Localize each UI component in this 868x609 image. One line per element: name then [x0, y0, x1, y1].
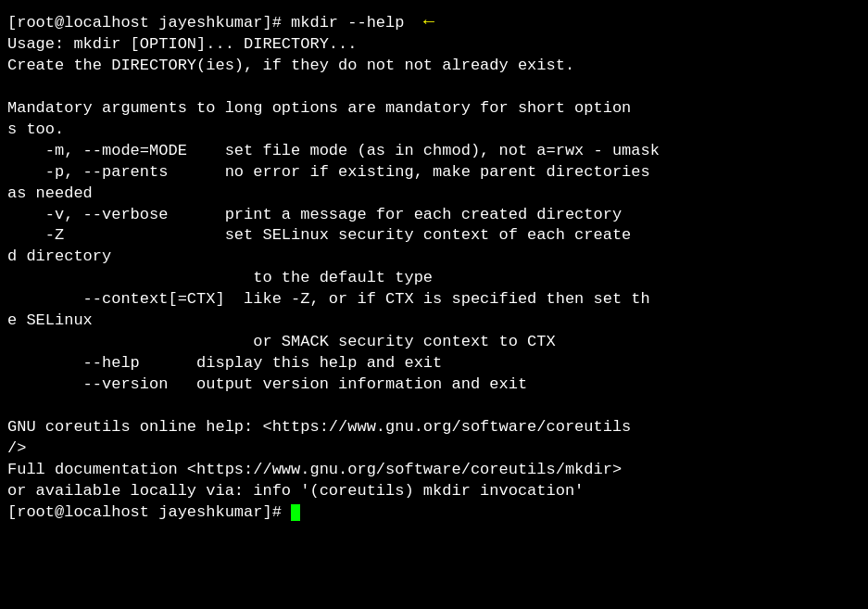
line-full-doc: Full documentation <https://www.gnu.org/… — [7, 460, 861, 481]
cursor-block — [291, 504, 300, 521]
line-mandatory: Mandatory arguments to long options are … — [7, 98, 861, 120]
line-e-selinux: e SELinux — [7, 311, 861, 332]
line-verbose: -v, --verbose print a message for each c… — [7, 205, 861, 226]
line-s-too: s too. — [7, 120, 861, 141]
final-prompt: [root@localhost jayeshkumar]# — [7, 503, 291, 521]
line-context: --context[=CTX] like -Z, or if CTX is sp… — [7, 289, 861, 311]
line-z-flag: -Z set SELinux security context of each … — [7, 225, 861, 247]
line-default-type: to the default type — [7, 268, 861, 289]
line-parents: -p, --parents no error if existing, make… — [7, 162, 861, 184]
line-gnu-help: GNU coreutils online help: <https://www.… — [7, 417, 861, 438]
empty-line-1 — [7, 77, 861, 98]
line-d-dir: d directory — [7, 247, 861, 268]
arrow-icon: ← — [423, 11, 434, 32]
line-smack: or SMACK security context to CTX — [7, 332, 861, 353]
line-or-local: or available locally via: info '(coreuti… — [7, 481, 861, 502]
line-mode: -m, --mode=MODE set file mode (as in chm… — [7, 141, 861, 162]
empty-line-2 — [7, 396, 861, 417]
line-create: Create the DIRECTORY(ies), if they do no… — [7, 56, 861, 77]
terminal-window: [root@localhost jayeshkumar]# mkdir --he… — [7, 9, 861, 524]
line-prompt-cmd: [root@localhost jayeshkumar]# mkdir --he… — [7, 9, 861, 34]
line-help-opt: --help display this help and exit — [7, 353, 861, 374]
line-prompt-end: [root@localhost jayeshkumar]# — [7, 502, 861, 524]
line-slash: /> — [7, 438, 861, 460]
prompt-text: [root@localhost jayeshkumar]# mkdir --he… — [7, 14, 404, 32]
line-as-needed: as needed — [7, 184, 861, 205]
line-version-opt: --version output version information and… — [7, 374, 861, 396]
line-usage: Usage: mkdir [OPTION]... DIRECTORY... — [7, 34, 861, 56]
